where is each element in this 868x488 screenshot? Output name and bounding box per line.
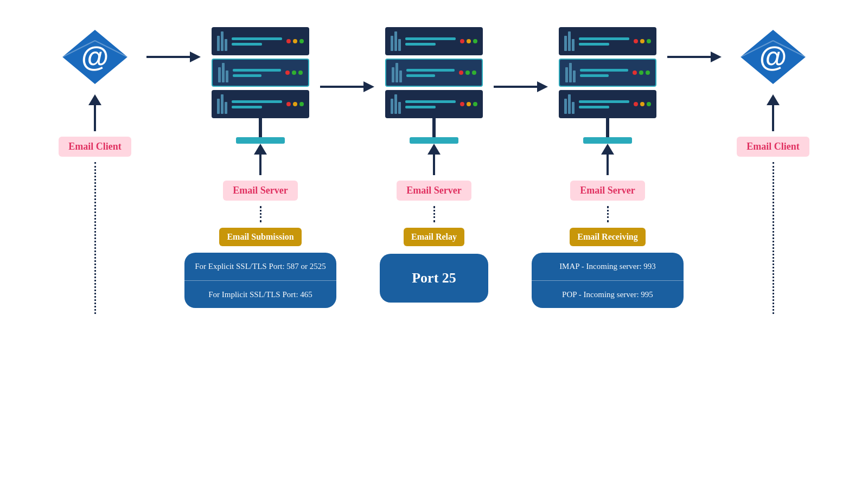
up-arrow-client-left <box>88 94 101 131</box>
svg-marker-11 <box>711 52 722 62</box>
phase-receiving-label: Email Receiving <box>570 228 646 246</box>
srv-line-6 <box>232 106 262 108</box>
email-client-right-node: @ Email Client <box>722 27 825 314</box>
srv-lines-2 <box>233 69 281 77</box>
srv-bars-icon-2 <box>218 63 228 82</box>
svg-marker-9 <box>537 81 548 92</box>
phase-submission-label: Email Submission <box>219 228 301 246</box>
arrow-2 <box>320 27 374 146</box>
server2-base <box>410 137 458 144</box>
srv-dots-1 <box>286 39 304 43</box>
info-receiving-2: POP - Incoming server: 995 <box>532 281 684 309</box>
srv-bars-icon-s2-1 <box>391 31 401 51</box>
server3-stack <box>559 27 656 118</box>
up-arrow-server2 <box>427 144 441 175</box>
dot-red-2 <box>285 70 290 75</box>
info-relay: Port 25 <box>412 270 456 286</box>
server2-unit1 <box>385 27 483 55</box>
email-client-left-label: Email Client <box>59 137 131 157</box>
info-submission-2: For Implicit SSL/TLS Port: 465 <box>184 281 336 309</box>
server1-unit1 <box>212 27 309 55</box>
email-client-right-label: Email Client <box>737 137 809 157</box>
srv-bars-icon <box>217 31 227 51</box>
up-arrow-server3 <box>601 144 614 175</box>
arrow-1 <box>146 27 201 87</box>
dot-red <box>286 39 291 43</box>
server2-label: Email Server <box>397 181 471 201</box>
srv-line-1 <box>232 37 282 40</box>
server2-unit2 <box>385 59 483 87</box>
server3-unit3 <box>559 90 656 118</box>
srv-dots-3 <box>286 102 304 106</box>
diagram: @ Email Client <box>27 11 841 477</box>
srv-lines-s2-1 <box>405 37 456 46</box>
svg-marker-7 <box>363 81 374 92</box>
info-box-submission: For Explicit SSL/TLS Port: 587 or 2525 F… <box>184 253 336 308</box>
server1-unit3 <box>212 90 309 118</box>
srv-lines <box>232 37 282 46</box>
email-icon-left: @ <box>60 27 130 87</box>
server1-label: Email Server <box>223 181 297 201</box>
srv-line-2 <box>232 43 262 46</box>
server3-label: Email Server <box>570 181 644 201</box>
arrow-4 <box>667 27 722 87</box>
dot-red-3 <box>286 102 291 106</box>
info-box-relay: Port 25 <box>380 254 488 303</box>
up-arrow-client-right <box>767 94 780 131</box>
srv-line-3 <box>233 69 281 72</box>
server1-stack <box>212 27 309 118</box>
srv-lines-3 <box>232 100 282 108</box>
srv-line-5 <box>232 100 282 103</box>
server2-unit3 <box>385 90 483 118</box>
email-icon-right: @ <box>738 27 808 87</box>
dot-green-2 <box>292 70 296 75</box>
up-arrow-server1 <box>254 144 267 175</box>
phase-relay-label: Email Relay <box>404 228 464 246</box>
server3-base <box>583 137 632 144</box>
dot-yellow-3 <box>293 102 297 106</box>
server2-stand <box>432 118 436 137</box>
srv-line-4 <box>233 74 261 77</box>
info-submission-1: For Explicit SSL/TLS Port: 587 or 2525 <box>184 253 336 280</box>
srv-dots-2 <box>285 70 303 75</box>
server1-stand <box>259 118 262 137</box>
server1-node: Email Server Email Submission For Explic… <box>201 27 320 308</box>
srv-bars-icon-3 <box>217 94 227 114</box>
dot-yellow <box>293 39 297 43</box>
server1-unit2 <box>212 59 309 87</box>
server3-unit2 <box>559 59 656 87</box>
dot-green <box>299 39 304 43</box>
server1-base <box>236 137 285 144</box>
server3-stand <box>606 118 609 137</box>
dot-green-3b <box>299 102 304 106</box>
svg-marker-5 <box>190 52 201 62</box>
email-client-left-node: @ Email Client <box>43 27 146 314</box>
server3-node: Email Server Email Receiving IMAP - Inco… <box>548 27 667 308</box>
server3-unit1 <box>559 27 656 55</box>
info-receiving-1: IMAP - Incoming server: 993 <box>532 253 684 280</box>
info-box-receiving: IMAP - Incoming server: 993 POP - Incomi… <box>532 253 684 308</box>
dot-green-3 <box>298 70 303 75</box>
server2-stack <box>385 27 483 118</box>
arrow-3 <box>494 27 548 146</box>
server2-node: Email Server Email Relay Port 25 <box>374 27 494 303</box>
